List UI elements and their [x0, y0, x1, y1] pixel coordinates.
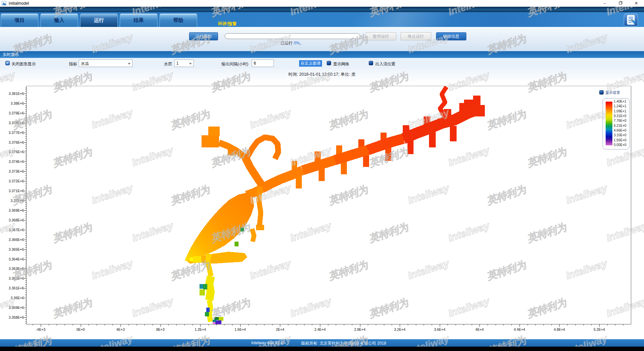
y-axis-tick: [25, 310, 27, 310]
error-info-button[interactable]: 错误信息: [436, 32, 466, 40]
restore-icon: [619, 1, 622, 5]
legend-value: 1.40E+1: [614, 100, 627, 103]
interval-label: 输出间隔(小时): [221, 61, 248, 67]
y-axis-tick: [25, 158, 27, 158]
y-axis-tick: [25, 234, 27, 234]
show-grid-label: 显示网格: [333, 61, 349, 67]
x-axis-tick: [368, 324, 368, 325]
y-axis-label: 3.366E+6: [1, 238, 24, 242]
x-axis-tick: [288, 324, 288, 325]
y-axis-tick: [25, 251, 27, 251]
show-grid-checkbox[interactable]: [327, 61, 331, 65]
x-axis-tick: [615, 324, 615, 325]
y-axis-tick: [24, 298, 27, 298]
y-axis-tick: [25, 263, 27, 263]
y-axis-tick: [25, 138, 27, 139]
progress-bar: [225, 33, 360, 39]
x-axis-tick: [440, 324, 440, 327]
minimize-button[interactable]: –: [597, 0, 612, 7]
y-axis-tick: [25, 121, 27, 121]
legend-value: 9.31E+0: [614, 114, 627, 118]
y-axis-tick: [25, 208, 27, 209]
tab-run[interactable]: 运行: [80, 13, 118, 27]
y-axis-tick: [25, 166, 27, 166]
restore-button[interactable]: [613, 0, 628, 7]
y-axis-label: 3.372E+6: [1, 179, 24, 183]
pause-run-button[interactable]: 暂停运行: [365, 32, 396, 40]
legend-value: 3.10E+0: [614, 134, 627, 137]
y-axis-tick: [25, 156, 27, 156]
y-axis-label: 3.363E+6: [1, 267, 24, 271]
interval-input[interactable]: [252, 60, 274, 67]
indicator-select[interactable]: 水温: [79, 60, 133, 67]
x-axis-tick: [176, 324, 177, 325]
y-axis-tick: [25, 265, 27, 265]
x-axis-tick: [336, 324, 336, 325]
show-background-checkbox[interactable]: [599, 90, 604, 95]
plot-box: 显示背景 1.40E+11.24E+11.09E+19.31E+07.76E+0…: [26, 86, 631, 324]
y-axis-tick: [25, 243, 27, 244]
y-axis-tick: [25, 257, 27, 257]
close-graph-checkbox[interactable]: [5, 61, 10, 65]
x-axis-tick: [456, 324, 456, 325]
x-axis-tick: [248, 324, 249, 325]
y-axis-tick: [24, 103, 27, 104]
tab-help[interactable]: 帮助: [159, 13, 197, 27]
tab-input[interactable]: 输入: [40, 13, 78, 27]
stop-run-button[interactable]: 终止运行: [400, 32, 431, 40]
x-axis-tick: [192, 324, 193, 325]
x-axis-label: -4E+3: [27, 327, 55, 331]
y-axis-tick: [25, 296, 27, 296]
y-axis-label: 3.379E+6: [1, 111, 24, 115]
y-axis-label: 3.365E+6: [1, 247, 24, 251]
x-axis-tick: [432, 324, 432, 325]
tab-project[interactable]: 项目: [1, 13, 38, 27]
y-axis-label: 3.375E+6: [1, 150, 24, 154]
x-axis-tick: [184, 324, 185, 325]
y-axis-label: 3.381E+6: [1, 92, 24, 96]
y-axis-tick: [25, 125, 27, 125]
x-axis-tick: [583, 324, 584, 325]
indicator-label: 指标: [69, 61, 77, 67]
tab-result[interactable]: 结果: [120, 13, 157, 27]
x-axis-tick: [496, 324, 496, 325]
tab-env-warning[interactable]: 环评/预警: [218, 21, 237, 27]
x-axis-tick: [623, 324, 623, 325]
y-axis-tick: [25, 170, 27, 170]
y-axis-tick: [25, 127, 27, 127]
x-axis-tick: [160, 324, 161, 327]
copyright: 版权所有: 北京英特利为环境科技有限公司 2018: [301, 341, 386, 346]
x-axis-label: 8E+3: [146, 327, 175, 331]
y-axis-tick: [25, 312, 27, 312]
run-model-button[interactable]: 运行模型: [189, 32, 218, 40]
x-axis-label: 3.6E+4: [426, 327, 454, 331]
legend-value: 6.21E+0: [614, 124, 627, 128]
layer-value: 1: [176, 61, 179, 66]
custom-legend-button[interactable]: 自定义图谱: [299, 60, 322, 67]
legend-value: 4.66E+0: [614, 129, 627, 132]
y-axis-tick: [25, 315, 27, 316]
x-axis-tick: [129, 324, 129, 325]
y-axis-tick: [25, 144, 27, 144]
y-axis-tick: [25, 224, 27, 224]
x-axis-tick: [144, 324, 145, 325]
y-axis-tick: [25, 195, 27, 195]
x-axis-label: 2E+4: [266, 327, 294, 331]
layer-select[interactable]: 1: [174, 60, 194, 67]
run-status-prefix: 已运行: [281, 41, 294, 45]
y-axis-tick: [25, 187, 27, 187]
x-axis-tick: [256, 324, 256, 325]
close-button[interactable]: ✕: [629, 0, 644, 7]
y-axis-tick: [25, 101, 27, 102]
y-axis-tick: [25, 164, 27, 164]
y-axis-tick: [25, 216, 27, 216]
app-window: initialmodel – ✕ 项目 输入 运行 结果 帮助 环评/预警: [0, 0, 644, 351]
y-axis-tick: [24, 317, 27, 318]
plot-wrapper: 显示背景 1.40E+11.24E+11.09E+19.31E+07.76E+0…: [0, 83, 644, 339]
document-edit-icon[interactable]: [624, 13, 638, 26]
x-axis-label: 2.8E+4: [346, 327, 374, 331]
inout-flow-checkbox[interactable]: [369, 61, 373, 65]
y-axis-tick: [25, 183, 27, 183]
show-background-toggle[interactable]: 显示背景: [599, 90, 620, 95]
y-axis-label: 3.378E+6: [1, 121, 24, 125]
